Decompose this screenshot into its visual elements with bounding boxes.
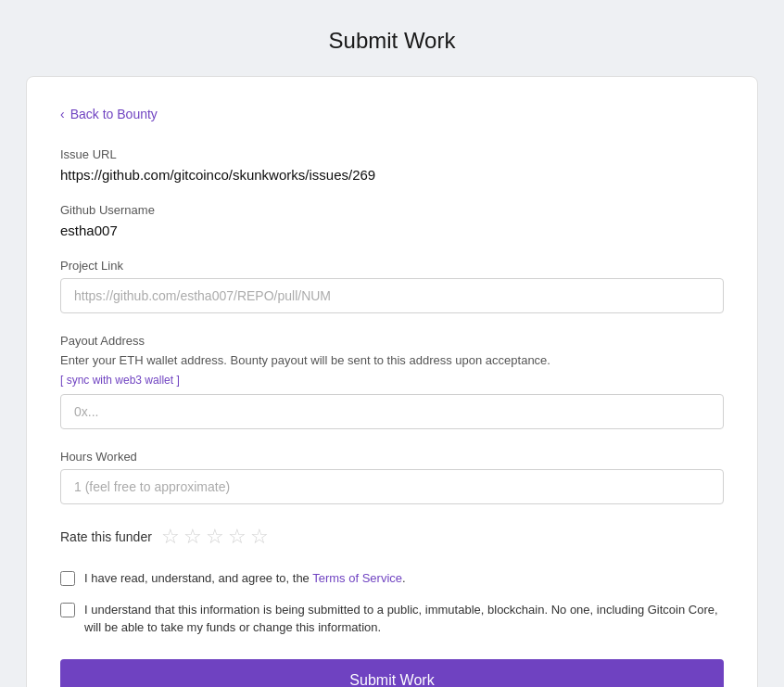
blockchain-checkbox[interactable] [60, 603, 75, 617]
star-rating[interactable]: ☆ ☆ ☆ ☆ ☆ [161, 525, 269, 549]
back-to-bounty-link[interactable]: ‹ Back to Bounty [60, 107, 724, 121]
star-4[interactable]: ☆ [228, 525, 247, 549]
issue-url-value: https://github.com/gitcoinco/skunkworks/… [60, 167, 724, 183]
page-title: Submit Work [329, 28, 456, 54]
rate-funder-section: Rate this funder ☆ ☆ ☆ ☆ ☆ [60, 525, 724, 549]
blockchain-checkbox-label: I understand that this information is be… [84, 601, 724, 637]
issue-url-group: Issue URL https://github.com/gitcoinco/s… [60, 147, 724, 183]
github-username-label: Github Username [60, 203, 724, 217]
terms-checkbox-label: I have read, understand, and agree to, t… [84, 569, 406, 588]
terms-checkbox[interactable] [60, 571, 75, 586]
star-1[interactable]: ☆ [161, 525, 180, 549]
sync-web3-link[interactable]: [ sync with web3 wallet ] [60, 374, 180, 387]
payout-address-description: Enter your ETH wallet address. Bounty pa… [60, 353, 724, 367]
issue-url-label: Issue URL [60, 147, 724, 161]
rate-funder-label: Rate this funder [60, 529, 152, 544]
github-username-group: Github Username estha007 [60, 203, 724, 238]
star-2[interactable]: ☆ [183, 525, 202, 549]
star-3[interactable]: ☆ [206, 525, 224, 549]
terms-of-service-link[interactable]: Terms of Service [312, 571, 402, 585]
project-link-input[interactable] [60, 278, 724, 313]
payout-address-label: Payout Address [60, 334, 724, 348]
star-5[interactable]: ☆ [250, 525, 269, 549]
project-link-label: Project Link [60, 259, 724, 273]
hours-worked-group: Hours Worked [60, 450, 724, 504]
payout-address-input[interactable] [60, 394, 724, 429]
submit-work-button[interactable]: Submit Work [60, 659, 724, 688]
main-card: ‹ Back to Bounty Issue URL https://githu… [26, 76, 758, 687]
chevron-left-icon: ‹ [60, 107, 65, 121]
hours-worked-input[interactable] [60, 469, 724, 504]
project-link-group: Project Link [60, 259, 724, 313]
back-link-label: Back to Bounty [70, 107, 158, 121]
terms-checkbox-group: I have read, understand, and agree to, t… [60, 569, 724, 588]
github-username-value: estha007 [60, 223, 724, 238]
blockchain-checkbox-group: I understand that this information is be… [60, 601, 724, 637]
payout-address-group: Payout Address Enter your ETH wallet add… [60, 334, 724, 429]
hours-worked-label: Hours Worked [60, 450, 724, 464]
